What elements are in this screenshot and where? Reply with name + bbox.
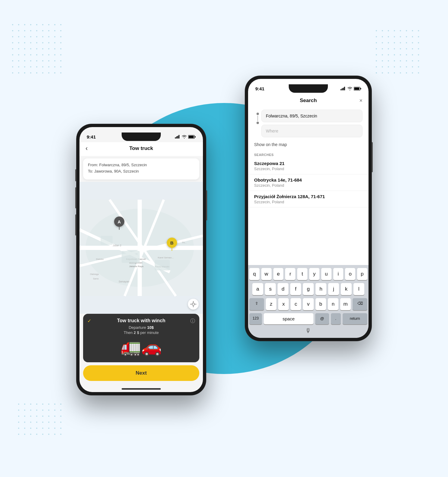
per-minute-price: 2 $	[134, 330, 139, 335]
key-space[interactable]: space	[264, 313, 313, 324]
key-y[interactable]: y	[309, 268, 319, 280]
front-header: ‹ Tow truck	[79, 142, 203, 156]
search-fields: Folwarczna, 89/5, Szczecin Where	[261, 110, 362, 137]
key-b[interactable]: b	[316, 298, 326, 310]
key-f[interactable]: f	[290, 283, 301, 295]
route-dots	[254, 110, 261, 137]
map-svg: Jalan 2 Daloka Olahraga Sarno Kepolisian…	[79, 182, 203, 314]
key-r[interactable]: r	[285, 268, 295, 280]
searches-label: SEARCHES	[248, 151, 369, 158]
svg-text:Jalan 2: Jalan 2	[113, 244, 121, 247]
key-l[interactable]: l	[353, 283, 364, 295]
key-m[interactable]: m	[340, 298, 351, 310]
key-123[interactable]: 123	[249, 313, 262, 324]
notch-back	[289, 84, 328, 93]
svg-text:Th...: Th...	[182, 241, 187, 244]
key-c[interactable]: c	[291, 298, 301, 310]
time-front: 9:41	[87, 134, 96, 139]
map-area: Jalan 2 Daloka Olahraga Sarno Kepolisian…	[79, 182, 203, 314]
battery-icon	[354, 87, 361, 91]
page-title: Tow truck	[129, 145, 153, 151]
departure-label: Departure	[129, 325, 147, 330]
then-label: Then	[124, 330, 134, 335]
mic-icon[interactable]: 🎙	[305, 327, 311, 334]
key-p[interactable]: p	[357, 268, 367, 280]
key-o[interactable]: o	[345, 268, 355, 280]
svg-text:Jakarta Raya: Jakarta Raya	[129, 265, 144, 268]
battery-icon-front	[188, 135, 196, 139]
to-field[interactable]: Where	[261, 125, 362, 137]
service-panel: ✓ ⓘ Tow truck with winch Departure 10$ T…	[83, 314, 199, 362]
svg-text:Daloka: Daloka	[96, 258, 104, 260]
status-icons-front	[175, 135, 196, 139]
time-back: 9:41	[255, 86, 264, 91]
notch-front	[122, 132, 161, 141]
result-3-sub: Szczecin, Poland	[254, 200, 362, 204]
search-result-1[interactable]: Szczepowa 21 Szczecin, Poland	[248, 158, 369, 174]
search-result-3[interactable]: Przyjaciół Żołnierza 128A, 71-671 Szczec…	[248, 191, 369, 207]
kb-row-3: ⇧ z x c v b n m ⌫	[249, 298, 367, 310]
key-return[interactable]: return	[343, 313, 367, 324]
key-shift[interactable]: ⇧	[249, 298, 264, 310]
locate-icon	[190, 301, 196, 307]
signal-icon	[341, 87, 346, 90]
key-v[interactable]: v	[303, 298, 313, 310]
search-result-2[interactable]: Obotrycka 14e, 71-684 Szczecin, Poland	[248, 174, 369, 191]
service-info-icon[interactable]: ⓘ	[190, 318, 195, 324]
next-button[interactable]: Next	[83, 365, 199, 381]
service-price-per-minute: Then 2 $ per minute	[88, 330, 194, 335]
from-field[interactable]: Folwarczna, 89/5, Szczecin	[261, 110, 362, 122]
svg-rect-8	[343, 88, 344, 90]
key-s[interactable]: s	[265, 283, 276, 295]
mic-area: 🎙	[249, 326, 367, 337]
key-a[interactable]: a	[252, 283, 263, 295]
kb-row-2: a s d f g h j k l	[249, 283, 367, 295]
keyboard: q w e r t y u i o p a s d	[248, 265, 369, 338]
svg-rect-16	[179, 135, 179, 139]
svg-rect-11	[360, 88, 361, 89]
close-button[interactable]: ×	[359, 98, 362, 104]
route-card: From: Folwarczna, 89/5, Szczecin To: Jaw…	[83, 158, 199, 179]
svg-rect-9	[344, 87, 345, 90]
key-e[interactable]: e	[273, 268, 284, 280]
kb-row-bottom: 123 space @ . return	[249, 313, 367, 324]
key-n[interactable]: n	[328, 298, 338, 310]
marker-bubble-a: A	[114, 217, 124, 227]
per-minute-label: per minute	[139, 330, 159, 335]
key-q[interactable]: q	[249, 268, 260, 280]
svg-rect-12	[354, 87, 359, 90]
key-t[interactable]: t	[297, 268, 307, 280]
route-from: From: Folwarczna, 89/5, Szczecin	[88, 163, 194, 167]
key-h[interactable]: h	[316, 283, 326, 295]
search-inputs: Folwarczna, 89/5, Szczecin Where	[248, 107, 369, 140]
svg-rect-15	[177, 136, 178, 139]
result-2-name: Obotrycka 14e, 71-684	[254, 177, 362, 182]
key-dot[interactable]: .	[331, 313, 341, 324]
key-k[interactable]: k	[341, 283, 352, 295]
result-1-name: Szczepowa 21	[254, 161, 362, 166]
locate-button[interactable]	[188, 299, 199, 310]
key-u[interactable]: u	[321, 268, 331, 280]
side-btn-mute	[75, 169, 76, 181]
departure-price: 10$	[147, 325, 154, 330]
side-btn-power	[206, 190, 207, 220]
svg-rect-7	[342, 88, 343, 90]
svg-rect-40	[155, 260, 170, 270]
key-j[interactable]: j	[328, 283, 339, 295]
key-d[interactable]: d	[278, 283, 288, 295]
svg-text:Karel Seman...: Karel Seman...	[158, 256, 174, 259]
key-i[interactable]: i	[333, 268, 344, 280]
key-z[interactable]: z	[266, 298, 276, 310]
route-to: To: Jaworowa, 90A, Szczecin	[88, 169, 194, 173]
key-w[interactable]: w	[261, 268, 272, 280]
back-button[interactable]: ‹	[86, 145, 88, 152]
show-map-link[interactable]: Show on the map	[248, 140, 369, 151]
route-dot-a	[257, 113, 259, 115]
key-at[interactable]: @	[315, 313, 329, 324]
route-line	[257, 116, 258, 121]
service-check-icon: ✓	[87, 318, 91, 324]
route-dot-b	[257, 122, 259, 124]
key-backspace[interactable]: ⌫	[353, 298, 367, 310]
key-x[interactable]: x	[278, 298, 289, 310]
key-g[interactable]: g	[303, 283, 314, 295]
